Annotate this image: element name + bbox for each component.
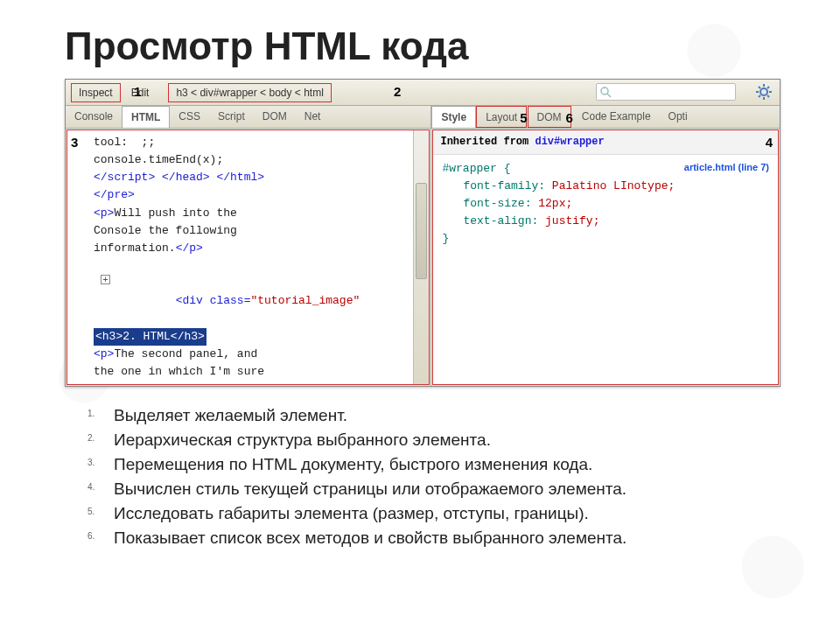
tab-net[interactable]: Net bbox=[296, 106, 330, 128]
code-line: </pre> bbox=[94, 188, 135, 201]
tab-script[interactable]: Script bbox=[209, 106, 254, 128]
annotation-1: 1 bbox=[134, 84, 141, 99]
code-line: Will push into the bbox=[114, 206, 236, 220]
svg-point-2 bbox=[760, 88, 767, 95]
tab-console[interactable]: Console bbox=[66, 106, 122, 128]
list-item: 1.Выделяет желаемый элемент. bbox=[88, 406, 779, 425]
html-tree-content[interactable]: 3 tool: ;; console.timeEnd(x); </script>… bbox=[66, 130, 430, 385]
list-number: 1. bbox=[88, 409, 94, 418]
right-pane: Style Layout 5 DOM 6 Code Example Opti I… bbox=[430, 106, 780, 386]
scrollbar[interactable] bbox=[413, 130, 429, 384]
list-item: 6.Показывает список всех методов и свойс… bbox=[88, 528, 779, 548]
css-prop: text-align: bbox=[463, 214, 538, 228]
list-text: Показывает список всех методов и свойств… bbox=[114, 528, 626, 547]
list-number: 2. bbox=[88, 433, 94, 443]
list-text: Выделяет желаемый элемент. bbox=[114, 406, 347, 424]
rule-source[interactable]: article.html (line 7) bbox=[684, 160, 769, 175]
code-line: <div bbox=[176, 294, 210, 307]
code-line: tool: ;; bbox=[94, 136, 155, 149]
code-line: console.timeEnd(x); bbox=[94, 153, 223, 166]
tab-dom-right[interactable]: DOM bbox=[528, 106, 571, 128]
css-prop: font-size: bbox=[463, 197, 531, 210]
code-line: </p> bbox=[176, 242, 203, 255]
code-line: information. bbox=[94, 242, 176, 255]
svg-line-1 bbox=[607, 94, 611, 97]
list-text: Иерархическая структура выбранного элеме… bbox=[114, 430, 491, 449]
inherited-from: Inherited from div#wrapper 4 bbox=[433, 130, 778, 155]
search-icon bbox=[599, 86, 612, 98]
tab-style[interactable]: Style bbox=[431, 106, 476, 128]
code-line: the one in which I'm sure bbox=[94, 365, 264, 378]
left-pane: Console HTML CSS Script DOM Net 3 tool: … bbox=[66, 106, 430, 386]
css-val: justify; bbox=[538, 214, 599, 228]
left-tabs: Console HTML CSS Script DOM Net bbox=[66, 106, 430, 129]
right-tabs: Style Layout 5 DOM 6 Code Example Opti bbox=[431, 106, 780, 129]
svg-line-9 bbox=[759, 95, 760, 97]
list-number: 6. bbox=[88, 531, 94, 541]
tab-css[interactable]: CSS bbox=[170, 106, 209, 128]
breadcrumb[interactable]: h3 < div#wrapper < body < html bbox=[168, 83, 331, 102]
css-selector: #wrapper { bbox=[442, 162, 510, 175]
annotation-3: 3 bbox=[71, 132, 78, 152]
code-line: class= bbox=[210, 294, 251, 307]
annotation-4: 4 bbox=[766, 132, 773, 152]
css-val: Palatino LInotype; bbox=[545, 179, 675, 192]
css-val: 12px; bbox=[531, 197, 572, 210]
inherited-link[interactable]: div#wrapper bbox=[535, 136, 604, 148]
list-number: 3. bbox=[88, 458, 94, 467]
tab-html[interactable]: HTML bbox=[122, 106, 170, 128]
list-text: Вычислен стиль текущей страницы или отоб… bbox=[114, 480, 626, 498]
devtools-panel: Inspect 1 Edit h3 < div#wrapper < body <… bbox=[65, 79, 780, 387]
list-text: Перемещения по HTML документу, быстрого … bbox=[114, 455, 592, 473]
slide-title: Просмотр HTML кода bbox=[0, 0, 840, 79]
code-line: you're going to spend a bbox=[94, 382, 250, 385]
list-item: 4.Вычислен стиль текущей страницы или от… bbox=[88, 480, 779, 499]
tab-options[interactable]: Opti bbox=[660, 106, 690, 128]
scrollbar-thumb[interactable] bbox=[416, 183, 427, 279]
list-number: 5. bbox=[88, 507, 94, 516]
search-input[interactable] bbox=[596, 83, 736, 101]
css-prop: font-family: bbox=[463, 179, 545, 192]
tab-code-example[interactable]: Code Example bbox=[573, 106, 660, 128]
css-rule: article.html (line 7) #wrapper { font-fa… bbox=[433, 155, 778, 254]
inspect-button[interactable]: Inspect bbox=[71, 83, 121, 102]
tab-dom[interactable]: DOM bbox=[254, 106, 296, 128]
code-line: Console the following bbox=[94, 224, 237, 237]
svg-line-8 bbox=[767, 95, 769, 97]
list-item: 2.Иерархическая структура выбранного эле… bbox=[88, 430, 779, 450]
svg-line-10 bbox=[767, 87, 769, 88]
annotation-list: 1.Выделяет желаемый элемент. 2.Иерархиче… bbox=[88, 406, 779, 548]
style-content[interactable]: Inherited from div#wrapper 4 article.htm… bbox=[432, 130, 779, 385]
code-line: "tutorial_image" bbox=[250, 294, 360, 307]
code-line: </script bbox=[94, 171, 148, 184]
code-line: > </head> </html> bbox=[148, 171, 264, 184]
code-line: The second panel, and bbox=[114, 347, 257, 360]
list-item: 5.Исследовать габариты элемента (размер,… bbox=[88, 504, 779, 523]
annotation-2: 2 bbox=[394, 84, 401, 99]
svg-point-0 bbox=[601, 88, 608, 94]
inherited-label: Inherited from bbox=[440, 136, 535, 148]
annotation-6: 6 bbox=[566, 110, 573, 128]
expand-toggle[interactable]: + bbox=[101, 275, 110, 284]
list-item: 3.Перемещения по HTML документу, быстрог… bbox=[88, 455, 779, 474]
selected-element[interactable]: <h3>2. HTML</h3> bbox=[94, 328, 206, 346]
code-line: <p> bbox=[94, 347, 114, 360]
svg-line-7 bbox=[759, 87, 760, 88]
devtools-toolbar: Inspect 1 Edit h3 < div#wrapper < body <… bbox=[66, 80, 780, 106]
code-line: <p> bbox=[94, 206, 114, 220]
gear-icon[interactable] bbox=[755, 83, 773, 104]
list-number: 4. bbox=[88, 482, 94, 492]
list-text: Исследовать габариты элемента (размер, о… bbox=[114, 504, 589, 522]
css-close: } bbox=[442, 232, 449, 245]
annotation-5: 5 bbox=[520, 110, 527, 128]
